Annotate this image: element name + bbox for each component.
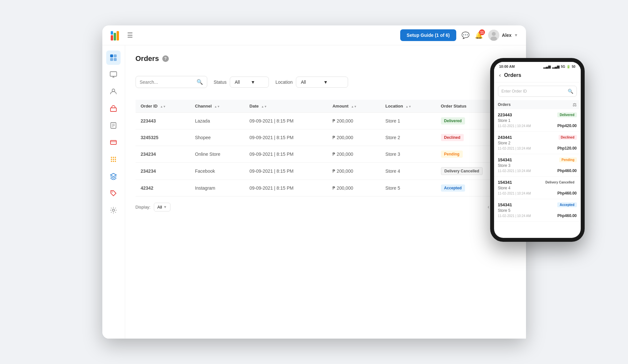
sidebar-item-orders[interactable]: [106, 118, 121, 133]
svg-point-28: [111, 161, 112, 162]
status-filter-select[interactable]: All ▼: [230, 77, 269, 88]
cell-location: Store 5: [380, 180, 436, 197]
battery-label: 50: [572, 65, 575, 68]
phone-order-id: 154341: [498, 180, 512, 185]
phone-order-item[interactable]: 154341 Delivery Cancelled Store 4 11-02-…: [494, 177, 581, 199]
cell-amount: ₱ 200,000: [327, 163, 380, 180]
svg-point-23: [113, 157, 114, 158]
table-row[interactable]: 223443 Lazada 09-09-2021 | 8:15 PM ₱ 200…: [136, 113, 516, 129]
svg-point-25: [111, 159, 112, 160]
phone-order-id: 243441: [498, 135, 512, 140]
mobile-phone-mockup: 10:00 AM ▂▄▆ ▂▄▆ 5G 🔋 50 ‹ Orders Enter …: [490, 58, 585, 242]
table-row[interactable]: 234234 Facebook 09-09-2021 | 8:15 PM ₱ 2…: [136, 163, 516, 180]
phone-order-date: 11-02-2021 | 10:24 AM: [498, 124, 531, 128]
column-channel[interactable]: Channel ▲▼: [190, 100, 244, 113]
phone-screen: 10:00 AM ▂▄▆ ▂▄▆ 5G 🔋 50 ‹ Orders Enter …: [494, 62, 581, 238]
phone-filter-icon[interactable]: ⚖: [573, 102, 577, 107]
svg-point-14: [112, 89, 115, 92]
table-header-row: Order ID ▲▼ Channel ▲▼ Date ▲▼ Amount ▲▼: [136, 100, 516, 113]
search-icon: 🔍: [197, 79, 203, 85]
svg-rect-1: [113, 33, 116, 40]
menu-toggle-button[interactable]: ☰: [127, 31, 133, 39]
column-date[interactable]: Date ▲▼: [244, 100, 328, 113]
sidebar-item-dashboard[interactable]: [106, 51, 121, 65]
sidebar-item-layers[interactable]: [106, 169, 121, 183]
sidebar-item-grid[interactable]: [106, 152, 121, 167]
phone-order-store: Store 3: [498, 163, 577, 168]
phone-order-item[interactable]: 154341 Accepted Store 5 11-02-2021 | 10:…: [494, 199, 581, 222]
svg-point-29: [113, 161, 114, 162]
sidebar-item-users[interactable]: [106, 84, 121, 99]
notifications-button[interactable]: 🔔 11: [475, 31, 483, 39]
grid-icon: [110, 156, 117, 163]
back-button[interactable]: ‹: [499, 72, 501, 78]
sidebar-item-shop[interactable]: [106, 101, 121, 116]
phone-order-amount: Php460.00: [557, 168, 577, 173]
layers-icon: [110, 173, 117, 180]
svg-rect-8: [114, 54, 117, 57]
sidebar-item-cards[interactable]: [106, 135, 121, 150]
cell-date: 09-09-2021 | 8:15 PM: [244, 129, 328, 146]
location-filter-group: Location All ▼: [275, 77, 348, 88]
cell-amount: ₱ 200,000: [327, 129, 380, 146]
chevron-down-icon: ▼: [251, 80, 264, 85]
cell-location: Store 3: [380, 146, 436, 163]
table-row[interactable]: 3245325 Shopee 09-09-2021 | 8:15 PM ₱ 20…: [136, 129, 516, 146]
nav-left: ☰: [110, 29, 133, 41]
phone-status-icons: ▂▄▆ ▂▄▆ 5G 🔋 50: [543, 65, 576, 68]
sort-icon: ▲▼: [160, 105, 166, 108]
table-row[interactable]: 234234 Online Store 09-09-2021 | 8:15 PM…: [136, 146, 516, 163]
column-location[interactable]: Location ▲▼: [380, 100, 436, 113]
phone-search-box[interactable]: Enter Order ID 🔍: [498, 86, 577, 97]
svg-point-26: [113, 159, 114, 160]
phone-search-icon: 🔍: [568, 89, 573, 94]
display-section: Display: All ▼: [136, 203, 171, 211]
phone-order-amount: Php460.00: [557, 191, 577, 196]
page-header: Orders ?: [136, 54, 516, 63]
phone-order-id: 223443: [498, 112, 512, 117]
search-input[interactable]: [140, 80, 194, 85]
location-filter-label: Location: [275, 80, 293, 85]
cell-location: Store 1: [380, 113, 436, 129]
phone-order-item[interactable]: 223443 Delivered Store 1 11-02-2021 | 10…: [494, 109, 581, 132]
phone-order-store: Store 5: [498, 208, 577, 213]
column-order-id[interactable]: Order ID ▲▼: [136, 100, 190, 113]
phone-order-date: 11-02-2021 | 10:24 AM: [498, 192, 531, 195]
app-window: ☰ Setup Guide (1 of 6) 💬 🔔 11 Alex: [102, 25, 526, 339]
chevron-down-icon: ▼: [323, 80, 343, 85]
user-menu[interactable]: Alex ▼: [488, 30, 518, 41]
help-icon-button[interactable]: ?: [162, 55, 169, 62]
main-content: Orders ? 🔍 Status All ▼ Location: [125, 45, 526, 339]
svg-rect-3: [110, 31, 113, 35]
display-select[interactable]: All ▼: [154, 203, 170, 211]
status-badge: Delivered: [441, 117, 465, 124]
cell-date: 09-09-2021 | 8:15 PM: [244, 146, 328, 163]
cell-order-id: 42342: [136, 180, 190, 197]
phone-order-id: 154341: [498, 202, 512, 207]
column-amount[interactable]: Amount ▲▼: [327, 100, 380, 113]
setup-guide-button[interactable]: Setup Guide (1 of 6): [400, 29, 456, 41]
user-icon: [110, 88, 117, 95]
phone-order-item[interactable]: 154341 Pending Store 3 11-02-2021 | 10:2…: [494, 154, 581, 177]
cell-order-id: 234234: [136, 163, 190, 180]
sidebar-item-monitor[interactable]: [106, 67, 121, 82]
table-row[interactable]: 42342 Instagram 09-09-2021 | 8:15 PM ₱ 2…: [136, 180, 516, 197]
svg-rect-2: [116, 31, 119, 40]
page-title: Orders: [136, 54, 159, 63]
cell-channel: Online Store: [190, 146, 244, 163]
location-filter-select[interactable]: All ▼: [296, 77, 348, 88]
sidebar-item-settings[interactable]: [106, 203, 121, 217]
tag-icon: [110, 190, 117, 197]
phone-order-item[interactable]: 243441 Declined Store 2 11-02-2021 | 10:…: [494, 132, 581, 154]
sidebar-item-tags[interactable]: [106, 186, 121, 200]
status-filter-value: All: [235, 80, 248, 85]
avatar: [488, 30, 499, 41]
status-badge: Delivery Cancelled: [441, 167, 483, 175]
status-badge: Accepted: [441, 184, 465, 192]
chevron-down-icon: ▼: [163, 205, 167, 209]
svg-rect-11: [110, 72, 117, 76]
settings-icon: [110, 207, 117, 214]
chat-icon-button[interactable]: 💬: [461, 31, 470, 39]
orders-icon: [110, 122, 117, 129]
svg-point-32: [112, 209, 115, 211]
